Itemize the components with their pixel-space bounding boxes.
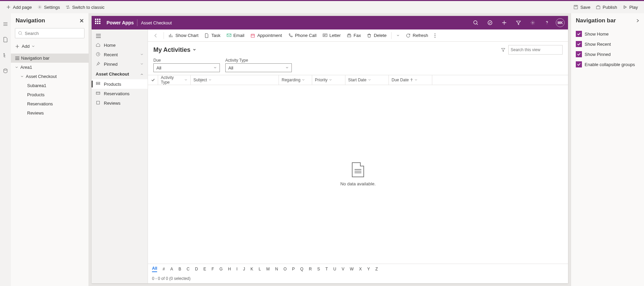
email-button[interactable]: Email (224, 32, 247, 39)
index-item[interactable]: # (163, 267, 165, 271)
show-chart-button[interactable]: Show Chart (166, 32, 201, 39)
checkbox-show-recent[interactable] (576, 41, 582, 47)
sitemap-group-header[interactable]: Asset Checkout (92, 69, 148, 79)
nav-item-asset-checkout[interactable]: Asset Checkout (11, 72, 89, 81)
index-item[interactable]: C (187, 267, 190, 271)
header-settings-button[interactable] (527, 17, 538, 28)
sitemap-products[interactable]: Products (92, 79, 148, 89)
column-start-date[interactable]: Start Date (345, 75, 389, 85)
switch-classic-button[interactable]: Switch to classic (63, 3, 107, 11)
header-search-button[interactable] (470, 17, 481, 28)
nav-item-area1[interactable]: Area1 (11, 63, 89, 72)
index-item[interactable]: P (292, 267, 295, 271)
header-target-button[interactable] (485, 17, 495, 28)
fax-button[interactable]: Fax (344, 32, 364, 39)
index-item[interactable]: N (275, 267, 278, 271)
sitemap-home[interactable]: Home (92, 40, 148, 50)
nav-item-products[interactable]: Products (11, 90, 89, 99)
svg-rect-17 (347, 35, 351, 37)
index-item[interactable]: Q (300, 267, 303, 271)
grid-status-label: 0 - 0 of 0 (0 selected) (152, 276, 190, 281)
index-item[interactable]: L (259, 267, 261, 271)
index-all[interactable]: All (152, 266, 157, 272)
add-page-button[interactable]: Add page (3, 3, 35, 11)
index-item[interactable]: H (228, 267, 231, 271)
add-nav-item-button[interactable]: Add (15, 42, 84, 50)
index-item[interactable]: D (195, 267, 198, 271)
index-item[interactable]: K (250, 267, 253, 271)
appointment-button[interactable]: Appointment (248, 32, 285, 39)
sitemap-reservations[interactable]: Reservations (92, 89, 148, 98)
avatar[interactable]: MK (556, 18, 565, 27)
header-help-button[interactable] (542, 17, 552, 28)
index-item[interactable]: B (178, 267, 181, 271)
index-item[interactable]: M (266, 267, 270, 271)
rail-hamburger-button[interactable] (1, 19, 10, 29)
refresh-button[interactable]: Refresh (403, 32, 431, 39)
column-due-date[interactable]: Due Date (389, 75, 432, 85)
filter-activity-type-select[interactable]: All (225, 63, 292, 72)
nav-search-input[interactable] (15, 28, 84, 38)
sitemap-reviews[interactable]: Reviews (92, 98, 148, 108)
index-item[interactable]: R (309, 267, 312, 271)
more-commands-button[interactable] (432, 32, 438, 39)
rail-tree-button[interactable] (1, 50, 10, 60)
checkbox-show-home[interactable] (576, 31, 582, 37)
index-item[interactable]: Y (367, 267, 370, 271)
task-button[interactable]: Task (202, 32, 223, 39)
index-item[interactable]: J (243, 267, 245, 271)
sitemap-label: Recent (104, 52, 137, 57)
index-item[interactable]: O (284, 267, 287, 271)
index-item[interactable]: S (317, 267, 320, 271)
close-nav-button[interactable]: ✕ (79, 18, 84, 24)
column-subject[interactable]: Subject (191, 75, 279, 85)
checkbox-collapsible-groups[interactable] (576, 61, 582, 67)
nav-item-reservations[interactable]: Reservations (11, 99, 89, 108)
collapse-props-button[interactable] (636, 19, 639, 23)
sitemap-recent[interactable]: Recent (92, 50, 148, 59)
index-item[interactable]: E (203, 267, 206, 271)
index-item[interactable]: T (325, 267, 328, 271)
index-item[interactable]: I (236, 267, 238, 271)
index-item[interactable]: U (333, 267, 336, 271)
play-icon (623, 5, 627, 9)
phone-call-button[interactable]: Phone Call (285, 32, 319, 39)
settings-button[interactable]: Settings (35, 3, 63, 11)
back-button[interactable] (150, 32, 162, 39)
checkbox-show-pinned[interactable] (576, 51, 582, 57)
index-item[interactable]: Z (375, 267, 378, 271)
check-label: Show Home (585, 32, 609, 37)
delete-dropdown[interactable] (394, 33, 402, 39)
view-selector[interactable]: My Activities (153, 46, 196, 54)
sitemap-pinned[interactable]: Pinned (92, 59, 148, 69)
header-filter-button[interactable] (513, 17, 524, 28)
rail-page-button[interactable] (1, 35, 10, 44)
sitemap-hamburger[interactable] (92, 32, 148, 40)
delete-button[interactable]: Delete (364, 32, 390, 39)
letter-button[interactable]: Letter (320, 32, 343, 39)
view-filter-button[interactable] (501, 47, 506, 52)
index-item[interactable]: F (211, 267, 214, 271)
filter-due-select[interactable]: All (153, 63, 220, 72)
column-priority[interactable]: Priority (312, 75, 345, 85)
publish-button[interactable]: Publish (593, 3, 620, 11)
nav-item-navigation-bar[interactable]: Navigation bar (11, 54, 89, 63)
index-item[interactable]: X (359, 267, 362, 271)
index-item[interactable]: G (220, 267, 223, 271)
waffle-button[interactable] (95, 19, 103, 27)
nav-item-reviews[interactable]: Reviews (11, 108, 89, 118)
sitemap-label: Reviews (104, 101, 120, 106)
header-add-button[interactable] (499, 17, 510, 28)
select-all-column[interactable] (148, 75, 158, 85)
column-regarding[interactable]: Regarding (279, 75, 312, 85)
index-item[interactable]: V (342, 267, 344, 271)
column-activity-type[interactable]: Activity Type (158, 75, 191, 85)
nav-item-subarea1[interactable]: Subarea1 (11, 81, 89, 90)
play-button[interactable]: Play (620, 3, 641, 11)
view-search-input[interactable] (508, 45, 563, 55)
rail-data-button[interactable] (1, 66, 10, 76)
nav-item-label: Subarea1 (27, 83, 46, 88)
index-item[interactable]: A (170, 267, 173, 271)
index-item[interactable]: W (350, 267, 354, 271)
save-button[interactable]: Save (571, 3, 593, 11)
